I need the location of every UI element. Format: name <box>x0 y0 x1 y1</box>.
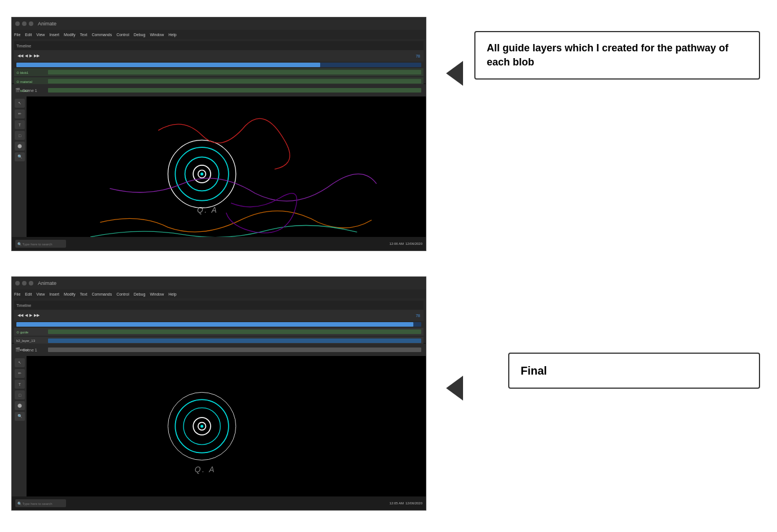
top-search-box[interactable]: 🔍 Type here to search <box>15 240 66 248</box>
tool-text-b[interactable]: T <box>15 380 25 389</box>
top-timeline: Timeline ◀◀◀ ▶▶▶ 78 ⊙ blob1 ⊙ material ⊙… <box>12 39 426 84</box>
bottom-app-title: Animate <box>38 280 56 286</box>
tool-text[interactable]: T <box>15 120 25 129</box>
tool-select[interactable]: ↖ <box>15 99 25 108</box>
top-stage-area: ↖ ✏ T □ ⬤ 🔍 <box>12 96 426 237</box>
top-screenshot: Animate File Edit View Insert Modify Tex… <box>11 17 426 251</box>
bottom-taskbar: 🔍 Type here to search 12:05 AM 12/06/202… <box>12 496 426 510</box>
bottom-layer-row-1: ⊙ guide <box>14 328 424 336</box>
top-callout-text: All guide layers which I created for the… <box>487 42 728 68</box>
top-timeline-header: Timeline <box>14 41 424 50</box>
svg-text:Q. A: Q. A <box>197 206 218 214</box>
svg-point-11 <box>200 425 203 428</box>
top-layer-row-1: ⊙ blob1 <box>14 68 424 76</box>
top-callout-box: All guide layers which I created for the… <box>474 31 760 80</box>
bottom-canvas: Q. A <box>27 356 426 496</box>
top-tools: ↖ ✏ T □ ⬤ 🔍 <box>12 96 28 237</box>
tool-shape-b[interactable]: □ <box>15 390 25 399</box>
tool-fill-b[interactable]: ⬤ <box>15 401 25 410</box>
top-taskbar: 🔍 Type here to search 12:06 AM 12/06/202… <box>12 237 426 250</box>
tool-zoom[interactable]: 🔍 <box>15 152 25 161</box>
top-canvas-svg: Q. A <box>27 96 426 237</box>
tool-fill[interactable]: ⬤ <box>15 142 25 151</box>
bottom-timeline-controls: ◀◀◀ ▶▶▶ 78 <box>14 310 424 321</box>
svg-text:Q. A: Q. A <box>195 465 216 474</box>
top-titlebar: Animate <box>12 17 426 30</box>
top-canvas: Q. A <box>27 96 426 237</box>
tool-zoom-b[interactable]: 🔍 <box>15 412 25 421</box>
svg-point-4 <box>200 173 203 175</box>
bottom-menubar: File Edit View Insert Modify Text Comman… <box>12 289 426 298</box>
bottom-callout-text: Final <box>521 363 547 379</box>
bottom-timeline: Timeline ◀◀◀ ▶▶▶ 78 ⊙ guide b2_layer_13 … <box>12 298 426 344</box>
tool-select-b[interactable]: ↖ <box>15 358 25 367</box>
bottom-search-box[interactable]: 🔍 Type here to search <box>15 499 66 507</box>
tool-shape[interactable]: □ <box>15 131 25 140</box>
bottom-screenshot: Animate File Edit View Insert Modify Tex… <box>11 276 426 511</box>
bottom-tools: ↖ ✏ T □ ⬤ 🔍 <box>12 356 28 496</box>
tool-pen[interactable]: ✏ <box>15 109 25 118</box>
bottom-scrubber <box>16 322 421 327</box>
bottom-timeline-header: Timeline <box>14 301 424 310</box>
bottom-canvas-svg: Q. A <box>27 356 426 496</box>
top-menubar: File Edit View Insert Modify Text Comman… <box>12 30 426 39</box>
top-app-title: Animate <box>38 21 56 27</box>
bottom-titlebar: Animate <box>12 277 426 289</box>
top-scrubber <box>16 63 421 67</box>
bottom-stage-area: ↖ ✏ T □ ⬤ 🔍 Q. A <box>12 356 426 496</box>
bottom-callout-box: Final <box>508 353 760 389</box>
tool-pen-b[interactable]: ✏ <box>15 369 25 378</box>
top-timeline-controls: ◀◀◀ ▶▶▶ 78 <box>14 50 424 61</box>
